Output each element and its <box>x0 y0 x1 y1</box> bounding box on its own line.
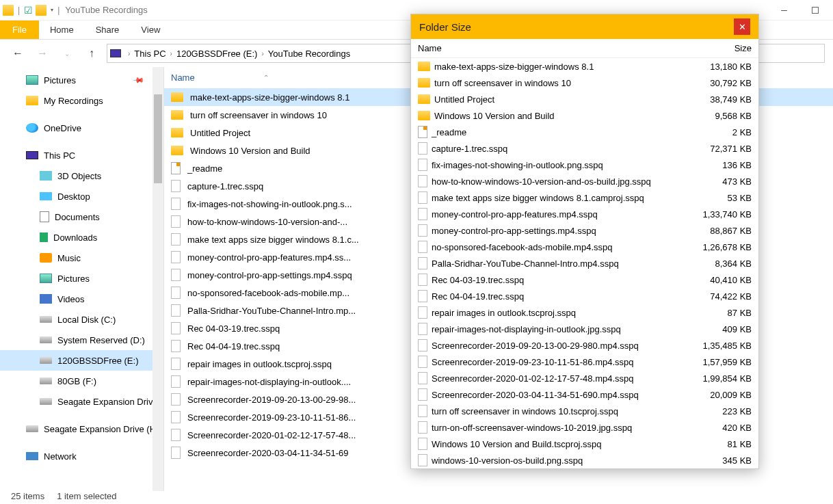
size-column[interactable]: Size <box>697 43 752 53</box>
nav-label: Desktop <box>57 191 90 202</box>
status-bar: 25 items 1 item selected <box>11 491 117 501</box>
popup-row[interactable]: Palla-Sridhar-YouTube-Channel-Intro.mp4.… <box>411 255 758 271</box>
item-size: 38,749 KB <box>690 94 752 105</box>
nav-item[interactable]: 3D Objects <box>0 165 163 186</box>
item-name: Untitled Project <box>434 94 494 105</box>
file-name: Screenrecorder-2019-09-23-10-11-51-86... <box>187 412 356 423</box>
item-size: 420 KB <box>690 423 752 433</box>
nav-item[interactable]: Seagate Expansion Drive <box>0 391 163 412</box>
popup-row[interactable]: _readme2 KB <box>411 124 758 140</box>
popup-row[interactable]: money-control-pro-app-settings.mp4.sspq8… <box>411 222 758 239</box>
popup-columns[interactable]: Name Size <box>411 39 758 58</box>
popup-row[interactable]: Untitled Project38,749 KB <box>411 91 758 107</box>
file-icon <box>418 274 427 286</box>
nav-item[interactable]: System Reserved (D:) <box>0 330 163 350</box>
back-button[interactable]: ← <box>8 44 27 63</box>
chevron-right-icon[interactable]: › <box>170 50 172 57</box>
close-button[interactable]: ✕ <box>734 18 750 35</box>
file-icon <box>418 208 427 220</box>
item-name: repair images in outlook.tscproj.sspq <box>432 308 576 318</box>
crumb-this-pc[interactable]: This PC <box>134 49 166 59</box>
popup-row[interactable]: Screenrecorder-2020-01-02-12-17-57-48.mp… <box>411 370 758 386</box>
nav-item[interactable]: This PC <box>0 145 163 165</box>
popup-row[interactable]: turn-on-off-screensaver-windows-10-2019.… <box>411 419 758 436</box>
chevron-right-icon[interactable]: › <box>128 50 130 57</box>
nav-item[interactable]: 80GB (F:) <box>0 371 163 391</box>
scrollbar[interactable] <box>153 67 163 491</box>
popup-row[interactable]: turn off screensaver in windows 1030,792… <box>411 75 758 91</box>
popup-row[interactable]: Windows 10 Version and Build9,568 KB <box>411 107 758 124</box>
file-name: _readme <box>187 163 222 174</box>
home-tab[interactable]: Home <box>39 21 85 39</box>
popup-row[interactable]: turn off screensaver in windows 10.tscpr… <box>411 403 758 419</box>
nav-item[interactable]: Seagate Expansion Drive (H <box>0 419 163 439</box>
popup-row[interactable]: repair images in outlook.tscproj.sspq87 … <box>411 304 758 321</box>
forward-button[interactable]: → <box>33 44 52 63</box>
check-icon[interactable]: ☑ <box>24 5 33 16</box>
file-icon <box>418 191 427 204</box>
nav-item[interactable]: Pictures <box>0 268 163 289</box>
nav-item[interactable]: Documents <box>0 207 163 227</box>
item-name: fix-images-not-showing-in-outlook.png.ss… <box>432 160 603 170</box>
disk-icon <box>40 377 52 384</box>
popup-row[interactable]: make-text-apps-size-bigger-windows 8.113… <box>411 58 758 75</box>
nav-item[interactable]: Music <box>0 248 163 268</box>
popup-list[interactable]: make-text-apps-size-bigger-windows 8.113… <box>411 58 758 468</box>
nav-item[interactable]: OneDrive <box>0 118 163 138</box>
view-tab[interactable]: View <box>130 21 171 39</box>
popup-row[interactable]: Rec 04-03-19.trec.sspq40,410 KB <box>411 271 758 288</box>
item-size: 13,180 KB <box>690 62 752 72</box>
nav-item[interactable]: 120GBSSDFree (E:) <box>0 350 163 371</box>
up-button[interactable]: ↑ <box>82 44 101 63</box>
crumb-drive[interactable]: 120GBSSDFree (E:) <box>176 49 258 59</box>
popup-titlebar[interactable]: Folder Size ✕ <box>411 14 758 39</box>
desk-icon <box>40 192 52 200</box>
popup-row[interactable]: capture-1.trec.sspq72,371 KB <box>411 140 758 157</box>
popup-row[interactable]: Screenrecorder-2020-03-04-11-34-51-690.m… <box>411 386 758 403</box>
crumb-folder[interactable]: YouTube Recordings <box>268 49 350 59</box>
file-icon <box>171 358 181 370</box>
maximize-button[interactable] <box>799 0 830 21</box>
popup-row[interactable]: money-control-pro-app-features.mp4.sspq1… <box>411 206 758 222</box>
nav-item[interactable]: Local Disk (C:) <box>0 309 163 330</box>
nav-item[interactable]: My Recordings <box>0 90 163 111</box>
nav-label: Videos <box>57 294 85 304</box>
folder-icon[interactable] <box>36 5 47 16</box>
popup-row[interactable]: repair-images-not-displaying-in-outlook.… <box>411 321 758 337</box>
popup-row[interactable]: Screenrecorder-2019-09-20-13-00-29-980.m… <box>411 337 758 354</box>
share-tab[interactable]: Share <box>85 21 131 39</box>
item-name: windows-10-version-os-build.png.sspq <box>432 455 583 466</box>
popup-row[interactable]: Screenrecorder-2019-09-23-10-11-51-86.mp… <box>411 354 758 370</box>
navigation-pane[interactable]: Pictures📌My RecordingsOneDriveThis PC3D … <box>0 67 164 491</box>
popup-row[interactable]: how-to-know-windows-10-version-and-os-bu… <box>411 173 758 189</box>
recent-dropdown[interactable]: ⌄ <box>57 44 77 63</box>
popup-row[interactable]: fix-images-not-showing-in-outlook.png.ss… <box>411 157 758 173</box>
nav-item[interactable]: Downloads <box>0 227 163 248</box>
file-tab[interactable]: File <box>0 21 39 39</box>
popup-row[interactable]: Windows 10 Version and Build.tscproj.ssp… <box>411 436 758 452</box>
popup-row[interactable]: no-sponsored-facebook-ads-mobile.mp4.ssp… <box>411 239 758 255</box>
item-name: no-sponsored-facebook-ads-mobile.mp4.ssp… <box>432 242 612 252</box>
name-column[interactable]: Name <box>418 43 697 53</box>
dropdown-icon[interactable]: ▾ <box>51 7 53 13</box>
item-size: 2 KB <box>690 127 752 137</box>
file-icon <box>418 356 427 368</box>
item-size: 409 KB <box>690 324 752 334</box>
name-column[interactable]: Name <box>171 72 195 83</box>
folder-icon <box>171 110 183 120</box>
popup-row[interactable]: make text apps size bigger windows 8.1.c… <box>411 189 758 206</box>
chevron-right-icon[interactable]: › <box>261 50 263 57</box>
nav-item[interactable]: Pictures📌 <box>0 70 163 90</box>
item-name: turn off screensaver in windows 10.tscpr… <box>432 406 618 416</box>
file-name: no-sponsored-facebook-ads-mobile.mp... <box>187 288 349 298</box>
nav-item[interactable]: Network <box>0 446 163 466</box>
item-size: 1,33,740 KB <box>690 209 752 220</box>
popup-row[interactable]: Rec 04-04-19.trec.sspq74,422 KB <box>411 288 758 304</box>
minimize-button[interactable]: ─ <box>769 0 799 21</box>
nav-item[interactable]: Videos <box>0 289 163 309</box>
nav-label: 80GB (F:) <box>57 376 96 386</box>
nav-label: This PC <box>44 150 75 161</box>
file-icon <box>171 287 181 299</box>
popup-row[interactable]: windows-10-version-os-build.png.sspq345 … <box>411 452 758 468</box>
nav-item[interactable]: Desktop <box>0 186 163 207</box>
